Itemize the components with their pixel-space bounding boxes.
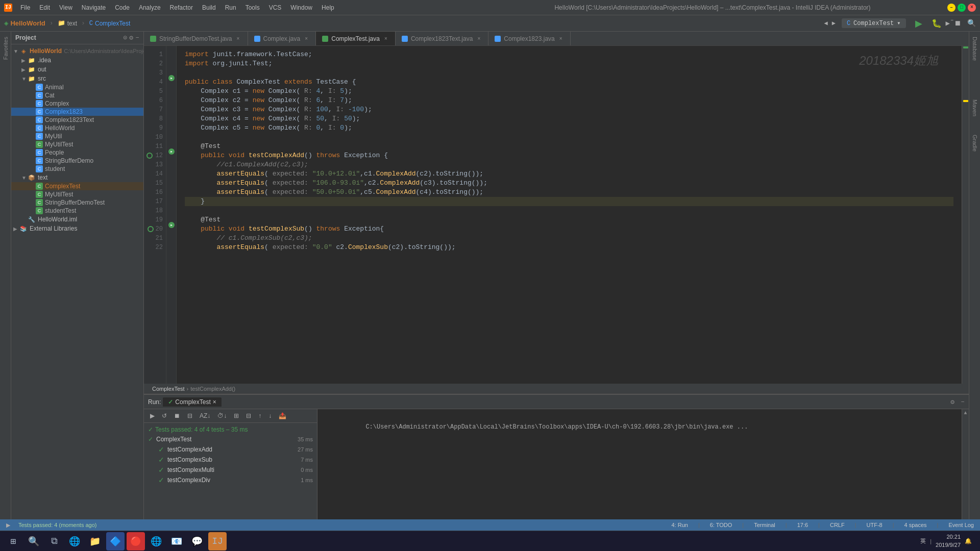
tree-complex[interactable]: C Complex bbox=[11, 99, 143, 108]
prev-fail-btn[interactable]: ↑ bbox=[256, 411, 263, 420]
gradle-vtab[interactable]: Gradle bbox=[971, 132, 979, 155]
menu-edit[interactable]: Edit bbox=[35, 3, 54, 12]
start-button[interactable]: ⊞ bbox=[4, 532, 22, 550]
app4-button[interactable]: 💬 bbox=[188, 532, 206, 550]
run-method-gutter-icon[interactable]: ▶ bbox=[168, 148, 175, 155]
idea-button[interactable]: IJ bbox=[208, 532, 227, 550]
menu-refactor[interactable]: Refactor bbox=[166, 3, 197, 12]
menu-help[interactable]: Help bbox=[317, 3, 338, 12]
menu-run[interactable]: Run bbox=[221, 3, 240, 12]
search-button[interactable]: 🔍 bbox=[24, 532, 43, 550]
close-button[interactable]: × bbox=[968, 4, 976, 12]
rerun-failed-btn[interactable]: ↺ bbox=[160, 411, 169, 420]
run-method2-gutter-icon[interactable]: ▶ bbox=[168, 222, 175, 228]
tree-studenttest[interactable]: C studentTest bbox=[11, 207, 143, 215]
tree-student[interactable]: C student bbox=[11, 165, 143, 173]
scroll-up-icon[interactable]: ▲ bbox=[963, 409, 968, 417]
menu-analyze[interactable]: Analyze bbox=[135, 3, 165, 12]
tree-helloworld-root[interactable]: ▼ ◈ HelloWorld C:\Users\Administrator\Id… bbox=[11, 46, 143, 56]
sort-dur-btn[interactable]: ⏱↓ bbox=[215, 411, 229, 420]
tree-myutiltest2[interactable]: C MyUtilTest bbox=[11, 190, 143, 198]
event-log-btn[interactable]: Event Log bbox=[948, 522, 974, 528]
next-fail-btn[interactable]: ↓ bbox=[266, 411, 274, 420]
edge-button[interactable]: 🌐 bbox=[65, 532, 84, 550]
tab-close-btn[interactable]: × bbox=[213, 398, 216, 406]
export-btn[interactable]: 📤 bbox=[277, 411, 288, 420]
panel-close-icon[interactable]: – bbox=[961, 398, 965, 406]
menu-build[interactable]: Build bbox=[198, 3, 220, 12]
favorites-tab[interactable]: Favorites bbox=[2, 34, 10, 63]
code-content[interactable]: 20182334姬旭 import junit.framework.TestCa… bbox=[177, 46, 962, 384]
menu-code[interactable]: Code bbox=[111, 3, 134, 12]
tree-complex1823text[interactable]: C Complex1823Text bbox=[11, 116, 143, 124]
run-tests-btn[interactable]: ▶ bbox=[148, 411, 157, 420]
menu-vcs[interactable]: VCS bbox=[265, 3, 286, 12]
tree-animal[interactable]: C Animal bbox=[11, 83, 143, 91]
tree-stringbufferdemo[interactable]: C StringBufferDemo bbox=[11, 157, 143, 165]
menu-window[interactable]: Window bbox=[286, 3, 316, 12]
tree-iml[interactable]: 🔧 HelloWorld.iml bbox=[11, 215, 143, 224]
bottom-tabs-terminal[interactable]: Terminal bbox=[754, 522, 775, 528]
settings-gear-icon[interactable]: ⚙ bbox=[950, 398, 954, 406]
menu-navigate[interactable]: Navigate bbox=[78, 3, 110, 12]
settings-icon[interactable]: ⚙ bbox=[129, 34, 133, 42]
taskbar-lang[interactable]: 英 bbox=[920, 537, 926, 545]
test-case-add[interactable]: ✓ testComplexAdd 27 ms bbox=[144, 444, 317, 455]
tab-close-button[interactable]: × bbox=[558, 36, 564, 42]
taskview-button[interactable]: ⧉ bbox=[45, 532, 63, 550]
test-case-multi[interactable]: ✓ testComplexMulti 0 ms bbox=[144, 465, 317, 475]
chrome-button[interactable]: 🌐 bbox=[147, 532, 165, 550]
tree-people[interactable]: C People bbox=[11, 148, 143, 157]
tree-external-libs[interactable]: ▶ 📚 External Libraries bbox=[11, 224, 143, 233]
tree-myutil[interactable]: C MyUtil bbox=[11, 132, 143, 140]
tree-complex1823[interactable]: C Complex1823 bbox=[11, 108, 143, 116]
tree-src-folder[interactable]: ▼ 📁 src bbox=[11, 74, 143, 83]
tree-myutiltest[interactable]: C MyUtilTest bbox=[11, 140, 143, 148]
filter-btn[interactable]: ⊟ bbox=[185, 411, 194, 420]
app3-button[interactable]: 📧 bbox=[167, 532, 186, 550]
test-case-div[interactable]: ✓ testComplexDiv 1 ms bbox=[144, 475, 317, 485]
stop-button[interactable]: ⏹ bbox=[954, 19, 961, 28]
forward-icon[interactable]: ▶ bbox=[832, 19, 836, 27]
test-suite-row[interactable]: ✓ ComplexTest 35 ms bbox=[144, 434, 317, 444]
tree-complextest[interactable]: C ComplexTest bbox=[11, 182, 143, 190]
tab-complextest[interactable]: ComplexTest.java × bbox=[316, 32, 396, 46]
search-everywhere-button[interactable]: 🔍 bbox=[967, 19, 976, 28]
maven-vtab[interactable]: Maven bbox=[971, 96, 979, 119]
app1-button[interactable]: 🔷 bbox=[106, 532, 125, 550]
tab-complex[interactable]: Complex.java × bbox=[248, 32, 316, 46]
tree-cat[interactable]: C Cat bbox=[11, 91, 143, 99]
explorer-button[interactable]: 📁 bbox=[86, 532, 104, 550]
code-editor[interactable]: 1 2 3 4 5 6 7 8 9 10 11 12 13 14 15 16 1… bbox=[144, 46, 969, 384]
tree-helloworld-java[interactable]: C HelloWorld bbox=[11, 124, 143, 132]
database-vtab[interactable]: Database bbox=[971, 34, 979, 64]
collapse-btn[interactable]: ⊟ bbox=[244, 411, 253, 420]
notification-icon[interactable]: 🔔 bbox=[965, 538, 972, 544]
sort-alpha-btn[interactable]: AZ↓ bbox=[198, 411, 212, 420]
run-button[interactable]: ▶ bbox=[910, 16, 927, 31]
tab-close-button[interactable]: × bbox=[303, 36, 309, 42]
tab-close-button[interactable]: × bbox=[383, 36, 389, 42]
menu-file[interactable]: File bbox=[16, 3, 34, 12]
tree-stringbufferdemotest[interactable]: C StringBufferDemoTest bbox=[11, 198, 143, 207]
run-class-gutter-icon[interactable] bbox=[168, 75, 175, 81]
locate-icon[interactable]: ⊙ bbox=[124, 34, 128, 42]
maximize-button[interactable]: □ bbox=[958, 4, 966, 12]
menu-view[interactable]: View bbox=[55, 3, 77, 12]
tree-idea-folder[interactable]: ▶ 📁 .idea bbox=[11, 56, 143, 65]
minimize-button[interactable]: – bbox=[947, 4, 955, 12]
test-case-sub[interactable]: ✓ testComplexSub 7 ms bbox=[144, 455, 317, 465]
complextest-tab[interactable]: ✓ ComplexTest × bbox=[163, 397, 221, 407]
coverage-button[interactable]: ▶̈ bbox=[946, 19, 950, 28]
tab-complex1823[interactable]: Complex1823.java × bbox=[488, 32, 570, 46]
bottom-tabs-todo[interactable]: 6: TODO bbox=[710, 522, 732, 528]
back-icon[interactable]: ◀ bbox=[824, 19, 827, 27]
tab-stringbufferdemotest[interactable]: StringBufferDemoTest.java × bbox=[144, 32, 248, 46]
tab-close-button[interactable]: × bbox=[476, 36, 482, 42]
expand-btn[interactable]: ⊞ bbox=[232, 411, 241, 420]
sidebar-collapse-icon[interactable]: – bbox=[135, 34, 139, 42]
tree-text-package[interactable]: ▼ 📦 text bbox=[11, 173, 143, 182]
debug-button[interactable]: 🐛 bbox=[932, 18, 942, 29]
tab-close-button[interactable]: × bbox=[235, 36, 241, 42]
app2-button[interactable]: 🔴 bbox=[127, 532, 145, 550]
